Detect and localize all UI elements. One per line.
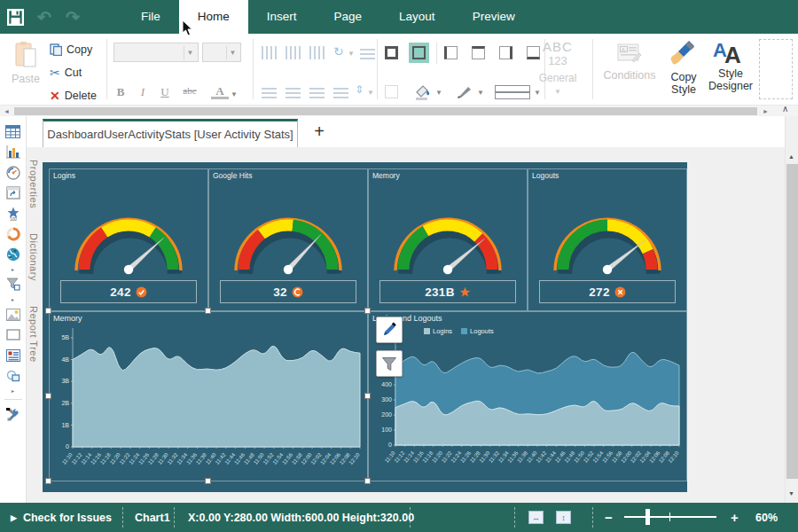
fit-page-width-button[interactable]: ↔ (528, 511, 544, 524)
zoom-slider-thumb[interactable] (645, 509, 650, 525)
fill-color-dropdown[interactable]: ▼ (435, 89, 442, 97)
menu-tab-page[interactable]: Page (316, 0, 381, 34)
selection-handle[interactable] (364, 478, 371, 484)
cut-button[interactable]: ✂ Cut (50, 64, 82, 82)
style-designer-button[interactable]: A A Style Designer (708, 39, 754, 92)
rotate-text-button[interactable]: ↻ (333, 44, 344, 59)
strikethrough-button[interactable]: abc (178, 85, 201, 96)
pivot-icon[interactable] (2, 183, 25, 203)
dock-tab-properties[interactable]: Properties (27, 147, 41, 221)
right-border-button[interactable] (496, 43, 516, 63)
filter-chart-button[interactable] (376, 350, 403, 377)
selection-handle[interactable] (364, 393, 371, 399)
ribbon-scrollbar[interactable]: ◄ ► ∧ (0, 105, 798, 116)
align-justify-button[interactable] (333, 85, 348, 98)
gauge-widget-logouts[interactable]: Logouts272 (528, 168, 687, 311)
align-left-button[interactable] (262, 85, 277, 98)
area-chart-widget-logins-and-logouts[interactable]: Logins and LogoutsLoginsLogouts010020030… (368, 311, 687, 481)
selection-handle[interactable] (45, 308, 51, 314)
design-canvas[interactable]: Logins242Google Hits32Memory231BLogouts2… (43, 147, 785, 503)
line-color-icon[interactable] (456, 83, 475, 101)
align-center-button[interactable] (286, 85, 301, 98)
line-style-button[interactable] (495, 85, 530, 99)
font-color-dropdown[interactable]: ▼ (231, 90, 238, 98)
ribbon-scrollbar-thumb[interactable] (14, 107, 757, 115)
number-format-button[interactable]: ABC 123 General ▼ (532, 39, 583, 96)
area-chart-widget-memory[interactable]: Memory01B2B3B4B5B11:1011:1211:1411:1611:… (49, 311, 368, 481)
zoom-out-button[interactable]: − (605, 503, 613, 532)
expander-icon[interactable]: ▸ (2, 294, 25, 304)
font-size-select[interactable]: ▼ (202, 43, 241, 62)
line-spacing-button[interactable]: ⇕ (355, 83, 364, 96)
scroll-right-icon[interactable]: ► (763, 108, 769, 114)
fill-color-icon[interactable] (413, 83, 433, 101)
rating-icon[interactable]: 100 (2, 203, 25, 223)
map-icon[interactable] (2, 244, 25, 264)
dock-tab-report-tree[interactable]: Report Tree (27, 293, 41, 375)
fit-whole-page-button[interactable]: ↕ (556, 511, 571, 524)
font-color-button[interactable]: A (211, 85, 229, 99)
new-tab-button[interactable]: + (309, 121, 330, 142)
align-middle-button[interactable] (286, 46, 301, 59)
scroll-down-icon[interactable]: ▼ (788, 490, 794, 497)
menu-tab-insert[interactable]: Insert (248, 0, 316, 34)
inside-borders-button[interactable] (381, 82, 402, 102)
table-icon[interactable] (2, 121, 25, 142)
undo-button[interactable]: ↶ (30, 0, 59, 34)
all-borders-button[interactable] (381, 43, 402, 63)
gauge-icon[interactable] (2, 162, 25, 183)
vertical-scrollbar[interactable]: ▲ ▼ (785, 116, 798, 503)
filter-icon[interactable] (2, 274, 25, 294)
menu-tab-preview[interactable]: Preview (454, 0, 534, 34)
delete-button[interactable]: ✕ Delete (50, 87, 97, 105)
align-bottom-button[interactable] (309, 46, 325, 59)
scroll-up-icon[interactable]: ▲ (788, 153, 794, 160)
dashboard-page[interactable]: Logins242Google Hits32Memory231BLogouts2… (43, 162, 687, 492)
progress-icon[interactable] (2, 223, 25, 244)
paste-button[interactable]: Paste (7, 41, 44, 85)
zoom-slider[interactable] (624, 503, 716, 532)
zoom-in-button[interactable]: + (731, 503, 739, 532)
left-border-button[interactable] (441, 43, 461, 63)
collapse-ribbon-icon[interactable]: ∧ (782, 104, 788, 113)
expander-icon[interactable]: ▸ (2, 386, 25, 395)
gauge-widget-memory[interactable]: Memory231B (368, 168, 528, 311)
check-for-issues-button[interactable]: ▶ Check for Issues (11, 503, 112, 532)
no-border-button[interactable] (409, 43, 429, 63)
selection-handle[interactable] (205, 308, 211, 314)
font-family-select[interactable]: ▼ (113, 43, 199, 62)
richtext-icon[interactable] (2, 345, 25, 365)
underline-button[interactable]: U (156, 85, 174, 99)
scroll-left-icon[interactable]: ◄ (4, 108, 10, 114)
selection-handle[interactable] (364, 308, 371, 314)
selection-handle[interactable] (45, 393, 51, 399)
tools-icon[interactable] (2, 403, 25, 424)
copy-button[interactable]: Copy (50, 41, 92, 59)
shapes-icon[interactable] (2, 365, 25, 386)
align-top-button[interactable] (262, 46, 277, 59)
chart-icon[interactable] (2, 142, 25, 162)
document-tab[interactable]: DashboardUserActivityStats [User Activit… (43, 119, 298, 147)
dock-tab-dictionary[interactable]: Dictionary (27, 221, 41, 293)
picture-icon[interactable] (2, 304, 25, 325)
selection-handle[interactable] (45, 478, 51, 484)
wrap-text-button[interactable] (360, 46, 375, 59)
menu-tab-file[interactable]: File (122, 0, 179, 34)
rectangle-icon[interactable] (2, 325, 25, 345)
bold-button[interactable]: B (112, 85, 129, 99)
conditions-button[interactable]: A Conditions (601, 43, 658, 82)
menu-tab-layout[interactable]: Layout (380, 0, 454, 34)
zoom-slider-track[interactable] (624, 516, 716, 518)
align-right-button[interactable] (309, 85, 325, 98)
copy-style-button[interactable]: Copy Style (663, 39, 704, 96)
vertical-scrollbar-thumb[interactable] (786, 164, 798, 479)
save-button[interactable] (0, 0, 30, 34)
top-border-button[interactable] (468, 43, 489, 63)
gauge-widget-logins[interactable]: Logins242 (49, 168, 208, 311)
line-style-color-dropdown[interactable]: ▼ (477, 89, 484, 97)
italic-button[interactable]: I (134, 85, 152, 99)
redo-button[interactable]: ↷ (59, 0, 87, 34)
edit-chart-button[interactable] (376, 317, 403, 343)
expander-icon[interactable]: ▸ (2, 264, 25, 274)
selection-handle[interactable] (205, 478, 211, 484)
